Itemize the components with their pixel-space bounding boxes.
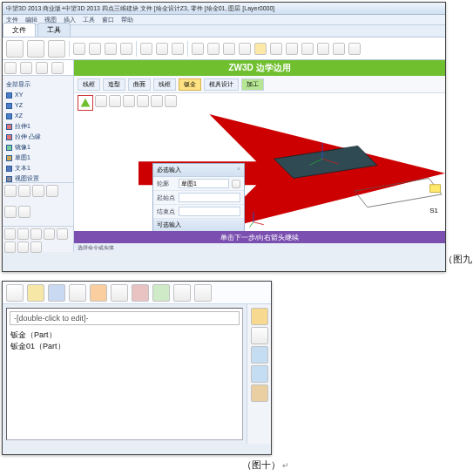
lt5[interactable] (4, 206, 17, 218)
start-input[interactable] (179, 193, 240, 202)
lt4[interactable] (46, 185, 58, 197)
end-input[interactable] (179, 207, 240, 216)
lb6[interactable] (4, 241, 16, 253)
t2-run-icon[interactable] (152, 284, 170, 302)
t2-tool-icon[interactable] (173, 284, 191, 302)
t2-new-icon[interactable] (6, 284, 24, 302)
menu-window[interactable]: 窗口 (102, 17, 114, 23)
lb3[interactable] (30, 228, 42, 240)
ribbon-tab-file[interactable]: 文件 (3, 23, 36, 37)
r-icon5[interactable] (251, 384, 268, 402)
feature-tree[interactable]: 全部显示 XY YZ XZ 拉伸1 拉伸 凸缘 镜像1 草图1 文本1 视图设置… (3, 76, 73, 182)
tree-yz: YZ (6, 100, 70, 111)
t2-brush-icon[interactable] (111, 284, 128, 302)
panel-header: 必选输入× (153, 164, 244, 177)
model-canvas[interactable]: S1 (248, 112, 442, 231)
icon7[interactable] (172, 43, 184, 55)
menu-edit[interactable]: 编辑 (25, 17, 37, 23)
lb2[interactable] (17, 228, 29, 240)
lb1[interactable] (4, 228, 16, 240)
vt1[interactable]: 造型 (103, 78, 125, 91)
icon12[interactable] (270, 43, 282, 55)
icon3[interactable] (105, 43, 117, 55)
tree-flange: 拉伸 凸缘 (6, 132, 70, 142)
sm-ico6[interactable] (165, 95, 177, 107)
new-icon[interactable] (6, 40, 24, 58)
r-icon2[interactable] (251, 327, 268, 344)
icon6[interactable] (156, 43, 168, 55)
lb8[interactable] (30, 241, 42, 253)
tree-sketch: 草图1 (6, 153, 70, 163)
icon9[interactable] (207, 43, 220, 55)
t2-print-icon[interactable] (69, 284, 86, 302)
save2-icon[interactable] (254, 43, 267, 55)
icon14[interactable] (317, 43, 329, 55)
icon8[interactable] (192, 43, 204, 55)
t2-gear-icon[interactable] (194, 284, 212, 302)
r-icon4[interactable] (251, 365, 268, 383)
r-icon3[interactable] (251, 346, 268, 364)
menu-help[interactable]: 帮助 (121, 17, 133, 23)
tree-mirror: 镜像1 (6, 142, 70, 153)
icon16[interactable] (348, 43, 361, 55)
cut-icon[interactable] (301, 43, 314, 55)
icon11[interactable] (239, 43, 251, 55)
parts-panel[interactable]: -[double-click to edit]- 钣金（Part） 钣金01（P… (6, 308, 243, 440)
menu-file[interactable]: 文件 (6, 17, 18, 23)
left-panel: 全部显示 XY YZ XZ 拉伸1 拉伸 凸缘 镜像1 草图1 文本1 视图设置… (3, 60, 74, 252)
vt0[interactable]: 线框 (78, 78, 100, 91)
left-ico4[interactable] (51, 62, 64, 74)
save-icon[interactable] (48, 40, 65, 58)
icon2[interactable] (89, 43, 101, 55)
t2-save-icon[interactable] (48, 284, 65, 302)
parts-list[interactable]: 钣金（Part） 钣金01（Part） (7, 328, 242, 354)
sm-ico4[interactable] (137, 95, 149, 107)
lb5[interactable] (57, 228, 68, 240)
tutorial-step-bar[interactable]: 单击下一步/向右箭头继续 (74, 231, 445, 243)
icon4[interactable] (120, 43, 132, 55)
icon10[interactable] (223, 43, 235, 55)
part-1[interactable]: 钣金（Part） (10, 330, 239, 341)
vt6[interactable]: 加工 (241, 78, 264, 91)
lt3[interactable] (32, 185, 44, 197)
t2-open-icon[interactable] (27, 284, 44, 302)
left-ico1[interactable] (4, 62, 17, 74)
vt2[interactable]: 曲面 (128, 78, 151, 91)
vt4-active[interactable]: 钣金 (179, 78, 201, 91)
title-bar: 中望3D 2013 商业版+中望3D 2013 四点三维建块 文件 [绘金设计Z… (3, 3, 445, 15)
vt5[interactable]: 模具设计 (204, 78, 239, 91)
left-ico3[interactable] (36, 62, 48, 74)
lt2[interactable] (18, 185, 30, 197)
ribbon-tab-tools[interactable]: 工具 (37, 23, 71, 37)
profile-input[interactable] (179, 179, 229, 188)
left-ico2[interactable] (20, 62, 32, 74)
t2-erase-icon[interactable] (90, 284, 107, 302)
sm-ico2[interactable] (109, 95, 121, 107)
open-icon[interactable] (27, 40, 44, 58)
r-icon1[interactable] (251, 308, 268, 325)
part-2[interactable]: 钣金01（Part） (10, 341, 239, 352)
icon5[interactable] (140, 43, 152, 55)
lt6[interactable] (18, 206, 30, 218)
lb7[interactable] (17, 241, 29, 253)
icon13[interactable] (286, 43, 298, 55)
sheetmetal-extrude-icon[interactable] (78, 95, 93, 111)
menu-view[interactable]: 视图 (44, 17, 57, 23)
icon15[interactable] (333, 43, 345, 55)
t2-exit-icon[interactable] (132, 284, 149, 302)
edit-line[interactable]: -[double-click to edit]- (10, 311, 240, 325)
sm-ico5[interactable] (151, 95, 163, 107)
panel-close-icon[interactable]: × (237, 166, 240, 172)
vt3[interactable]: 线框 (153, 78, 176, 91)
separator (69, 41, 70, 57)
toolbar2 (3, 282, 271, 304)
menu-insert[interactable]: 插入 (64, 17, 76, 23)
lb4[interactable] (44, 228, 55, 240)
pick-icon[interactable] (232, 180, 240, 188)
sm-ico3[interactable] (123, 95, 135, 107)
icon1[interactable] (73, 43, 85, 55)
lt1[interactable] (4, 185, 17, 197)
menu-tools[interactable]: 工具 (83, 17, 95, 23)
sm-ico1[interactable] (95, 95, 107, 107)
lbl-end: 结束点 (157, 207, 176, 216)
